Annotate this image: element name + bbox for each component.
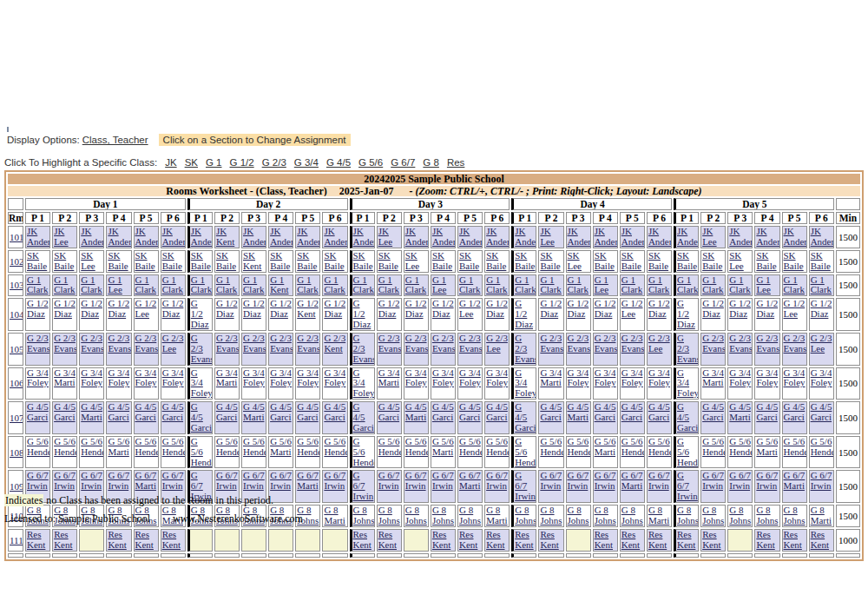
assignment-link[interactable]: G 2/3Evans xyxy=(243,333,266,354)
assignment-link[interactable]: ResKent xyxy=(515,529,533,550)
assignment-cell[interactable]: G 4/5Garci xyxy=(214,401,240,434)
assignment-cell[interactable]: JKAnder xyxy=(647,226,672,248)
assignment-cell[interactable]: G 8Johns xyxy=(377,505,402,527)
assignment-link[interactable]: G 5/6Hende xyxy=(568,436,591,457)
assignment-link[interactable]: G 2/3Evans xyxy=(621,333,645,354)
assignment-link[interactable]: G 1Clark xyxy=(621,274,642,295)
assignment-cell[interactable]: G 5/6Marti xyxy=(754,436,779,469)
assignment-link[interactable]: JKAnder xyxy=(459,226,483,247)
assignment-cell[interactable]: G 1Clark xyxy=(511,274,536,297)
assignment-link[interactable]: G 4/5Garci xyxy=(595,401,616,422)
assignment-link[interactable]: G 8Johns xyxy=(595,505,616,525)
assignment-link[interactable]: G 6/7Irwin xyxy=(677,470,698,501)
assignment-link[interactable]: G 3/4Foley xyxy=(432,367,454,388)
class-link-sk[interactable]: SK xyxy=(185,157,198,168)
assignment-cell[interactable]: G 3/4Foley xyxy=(25,367,50,400)
assignment-cell[interactable]: G 1Clark xyxy=(809,274,834,297)
assignment-cell[interactable]: G 1Lee xyxy=(593,274,618,297)
assignment-link[interactable]: SKBaile xyxy=(270,250,290,271)
assignment-link[interactable]: ResKent xyxy=(540,529,558,550)
assignment-cell[interactable]: G 3/4Foley xyxy=(241,367,266,400)
assignment-cell[interactable]: SKBaile xyxy=(214,250,240,273)
assignment-link[interactable]: G 4/5Marti xyxy=(405,401,427,422)
assignment-link[interactable]: G 3/4Foley xyxy=(729,367,751,388)
assignment-link[interactable]: ResKent xyxy=(648,529,667,550)
assignment-link[interactable]: SKBaile xyxy=(702,250,722,271)
assignment-link[interactable]: G 6/7Irwin xyxy=(811,470,832,491)
assignment-cell[interactable]: G 5/6Marti xyxy=(431,436,456,469)
assignment-cell[interactable]: G 4/5Garci xyxy=(620,401,645,434)
assignment-link[interactable]: G 1/2Diaz xyxy=(568,298,589,319)
assignment-link[interactable]: G 8Johns xyxy=(378,505,400,525)
assignment-cell[interactable]: G 5/6Hende xyxy=(214,436,240,469)
assignment-link[interactable]: G 5/6Marti xyxy=(270,436,292,457)
assignment-link[interactable]: G 8Marti xyxy=(324,505,345,525)
assignment-link[interactable]: ResKent xyxy=(811,529,829,550)
assignment-link[interactable]: SKBaile xyxy=(297,250,317,271)
assignment-cell[interactable]: ResKent xyxy=(52,529,77,552)
assignment-cell[interactable]: SKBaile xyxy=(350,250,375,273)
room-link[interactable]: 111 xyxy=(10,535,23,545)
assignment-cell[interactable]: JKLee xyxy=(377,226,402,248)
assignment-cell[interactable]: G 3/4Foley xyxy=(134,367,159,400)
assignment-cell[interactable]: JKAnder xyxy=(322,226,347,248)
assignment-cell[interactable]: G 1Clark xyxy=(79,274,104,297)
assignment-link[interactable]: G 5/6Marti xyxy=(432,436,454,457)
assignment-link[interactable]: ResKent xyxy=(677,529,695,550)
assignment-link[interactable]: G 4/5Garci xyxy=(621,401,643,422)
assignment-cell[interactable]: G 5/6Hende xyxy=(538,436,563,469)
assignment-cell[interactable]: G 5/6Hende xyxy=(161,436,186,469)
assignment-cell[interactable]: G 6/7Irwin xyxy=(727,470,753,503)
assignment-cell[interactable]: G 8Johns xyxy=(754,505,779,527)
assignment-cell[interactable]: JKAnder xyxy=(809,226,834,248)
assignment-link[interactable]: G 6/7Irwin xyxy=(515,470,536,501)
assignment-link[interactable]: G 1Clark xyxy=(353,274,374,295)
assignment-link[interactable]: G 5/6Hende xyxy=(27,436,50,457)
assignment-cell[interactable]: G 2/3Evans xyxy=(25,333,50,366)
assignment-link[interactable]: ResKent xyxy=(459,529,477,550)
assignment-link[interactable]: JKAnder xyxy=(353,226,375,247)
assignment-link[interactable]: G 3/4Foley xyxy=(459,367,481,388)
assignment-link[interactable]: G 5/6Hende xyxy=(81,436,104,457)
assignment-link[interactable]: G 4/5Marti xyxy=(729,401,751,422)
assignment-link[interactable]: G 1/2Diaz xyxy=(270,298,292,319)
assignment-cell[interactable]: G 5/6Hende xyxy=(511,436,536,469)
assignment-link[interactable]: G 6/7Irwin xyxy=(378,470,400,491)
assignment-link[interactable]: G 6/7Irwin xyxy=(729,470,751,491)
assignment-link[interactable]: ResKent xyxy=(784,529,802,550)
assignment-link[interactable]: JKAnder xyxy=(162,226,186,247)
assignment-cell[interactable]: G 1/2Diaz xyxy=(241,298,266,331)
assignment-link[interactable]: SKBaile xyxy=(324,250,344,271)
assignment-cell[interactable]: G 1Clark xyxy=(457,274,483,297)
assignment-link[interactable]: G 6/7Irwin xyxy=(162,470,184,491)
assignment-link[interactable]: SKBaile xyxy=(756,250,776,271)
assignment-cell[interactable]: G 3/4Foley xyxy=(79,367,104,400)
assignment-cell[interactable]: G 3/4Foley xyxy=(809,367,834,400)
assignment-link[interactable]: G 5/6Hende xyxy=(135,436,159,457)
assignment-link[interactable]: G 1/2Diaz xyxy=(324,298,345,319)
assignment-link[interactable]: G 1/2Diaz xyxy=(405,298,427,319)
assignment-cell[interactable]: G 3/4Foley xyxy=(404,367,429,400)
assignment-cell[interactable]: G 2/3Lee xyxy=(161,333,186,366)
empty-assignment-cell[interactable] xyxy=(566,529,591,552)
assignment-link[interactable]: G 1Clark xyxy=(459,274,480,295)
assignment-link[interactable]: G 1/2Diaz xyxy=(811,298,832,319)
assignment-cell[interactable]: JKAnder xyxy=(754,226,779,248)
assignment-cell[interactable]: JKAnder xyxy=(241,226,266,248)
assignment-link[interactable]: G 3/4Marti xyxy=(216,367,238,388)
assignment-link[interactable]: G 2/3Evans xyxy=(595,333,618,354)
assignment-link[interactable]: G 1/2Kent xyxy=(297,298,319,319)
assignment-link[interactable]: G 1/2Diaz xyxy=(702,298,724,319)
room-link[interactable]: 107 xyxy=(10,413,23,423)
assignment-cell[interactable]: G 8Marti xyxy=(484,505,510,527)
assignment-cell[interactable]: G 3/4Marti xyxy=(538,367,563,400)
assignment-link[interactable]: SKLee xyxy=(729,250,743,271)
assignment-cell[interactable]: G 1Clark xyxy=(647,274,672,297)
assignment-link[interactable]: ResKent xyxy=(621,529,640,550)
assignment-cell[interactable]: SKBaile xyxy=(187,250,213,273)
assignment-cell[interactable]: JKAnder xyxy=(106,226,131,248)
assignment-cell[interactable]: G 2/3Evans xyxy=(241,333,266,366)
assignment-cell[interactable]: G 4/5Garci xyxy=(511,401,536,434)
assignment-cell[interactable]: G 1Kent xyxy=(268,274,293,297)
assignment-cell[interactable]: JKAnder xyxy=(187,226,213,248)
